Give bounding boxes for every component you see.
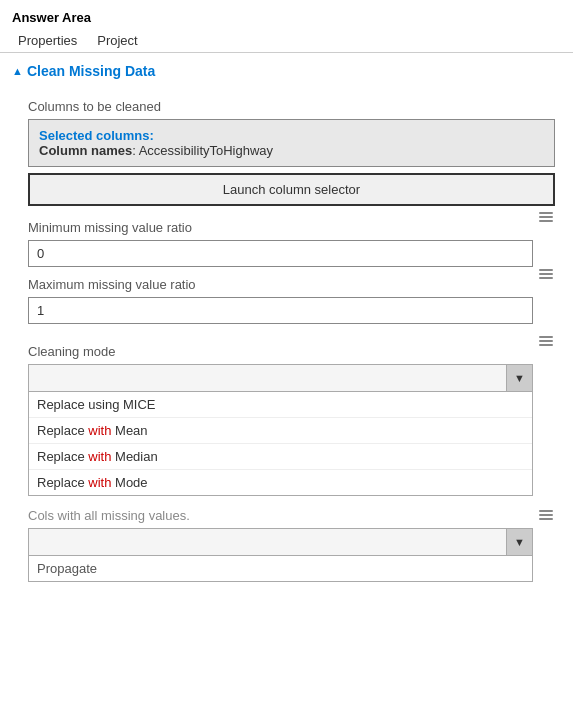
hamburger-line-1 xyxy=(539,510,553,512)
min-ratio-input[interactable] xyxy=(28,240,533,267)
hamburger-line-2 xyxy=(539,216,553,218)
cols-missing-arrow-button[interactable]: ▼ xyxy=(506,529,532,555)
highlight-with-mode: with xyxy=(88,475,111,490)
cleaning-mode-section: Cleaning mode ▼ Replace using MICE Repla… xyxy=(28,334,555,496)
max-ratio-label: Maximum missing value ratio xyxy=(28,277,533,292)
column-names-row: Column names: AccessibilityToHighway xyxy=(39,143,544,158)
hamburger-line-1 xyxy=(539,336,553,338)
section-header[interactable]: ▲ Clean Missing Data xyxy=(0,59,573,83)
cleaning-option-median[interactable]: Replace with Median xyxy=(29,444,532,470)
cols-missing-label: Cols with all missing values. xyxy=(28,508,533,523)
cleaning-mode-list: Replace using MICE Replace with Mean Rep… xyxy=(28,392,533,496)
min-ratio-menu-icon[interactable] xyxy=(537,212,555,222)
selected-columns-title: Selected columns: xyxy=(39,128,544,143)
selected-columns-box: Selected columns: Column names: Accessib… xyxy=(28,119,555,167)
cols-missing-dropdown[interactable]: ▼ xyxy=(28,528,533,556)
cleaning-mode-field-row: Cleaning mode ▼ Replace using MICE Repla… xyxy=(28,334,555,496)
cleaning-mode-arrow-button[interactable]: ▼ xyxy=(506,365,532,391)
columns-label: Columns to be cleaned xyxy=(28,99,555,114)
cols-missing-menu-icon[interactable] xyxy=(537,510,555,520)
hamburger-line-3 xyxy=(539,344,553,346)
cleaning-mode-dropdown[interactable]: ▼ xyxy=(28,364,533,392)
cleaning-option-mean[interactable]: Replace with Mean xyxy=(29,418,532,444)
max-ratio-input[interactable] xyxy=(28,297,533,324)
section-title: Clean Missing Data xyxy=(27,63,155,79)
cleaning-mode-input[interactable] xyxy=(29,366,506,391)
tab-bar: Properties Project xyxy=(0,29,573,53)
column-names-label: Column names xyxy=(39,143,132,158)
tab-project[interactable]: Project xyxy=(91,29,151,52)
content-area: Columns to be cleaned Selected columns: … xyxy=(0,83,573,588)
min-ratio-inner: Minimum missing value ratio xyxy=(28,210,533,267)
hamburger-line-2 xyxy=(539,340,553,342)
hamburger-line-1 xyxy=(539,269,553,271)
cleaning-mode-label: Cleaning mode xyxy=(28,344,533,359)
cols-missing-inner: Cols with all missing values. ▼ Propagat… xyxy=(28,508,533,582)
cleaning-option-mice[interactable]: Replace using MICE xyxy=(29,392,532,418)
hamburger-line-2 xyxy=(539,514,553,516)
cleaning-mode-menu-icon[interactable] xyxy=(537,336,555,346)
propagate-hint: Propagate xyxy=(28,556,533,582)
tab-properties[interactable]: Properties xyxy=(12,29,91,52)
min-ratio-field-row: Minimum missing value ratio xyxy=(28,210,555,267)
highlight-with-mean: with xyxy=(88,423,111,438)
cols-missing-field-row: Cols with all missing values. ▼ Propagat… xyxy=(28,508,555,582)
hamburger-line-3 xyxy=(539,518,553,520)
hamburger-line-1 xyxy=(539,212,553,214)
highlight-with-median: with xyxy=(88,449,111,464)
answer-area-label: Answer Area xyxy=(0,0,573,29)
hamburger-line-2 xyxy=(539,273,553,275)
max-ratio-inner: Maximum missing value ratio xyxy=(28,267,533,324)
hamburger-line-3 xyxy=(539,277,553,279)
min-ratio-label: Minimum missing value ratio xyxy=(28,220,533,235)
cleaning-mode-inner: Cleaning mode ▼ Replace using MICE Repla… xyxy=(28,334,533,496)
launch-column-selector-button[interactable]: Launch column selector xyxy=(28,173,555,206)
cols-missing-input[interactable] xyxy=(29,530,506,555)
max-ratio-menu-icon[interactable] xyxy=(537,269,555,279)
cleaning-option-mode[interactable]: Replace with Mode xyxy=(29,470,532,495)
cols-missing-section: Cols with all missing values. ▼ Propagat… xyxy=(28,508,555,582)
max-ratio-field-row: Maximum missing value ratio xyxy=(28,267,555,324)
hamburger-line-3 xyxy=(539,220,553,222)
collapse-arrow-icon: ▲ xyxy=(12,65,23,77)
column-names-value: AccessibilityToHighway xyxy=(139,143,273,158)
